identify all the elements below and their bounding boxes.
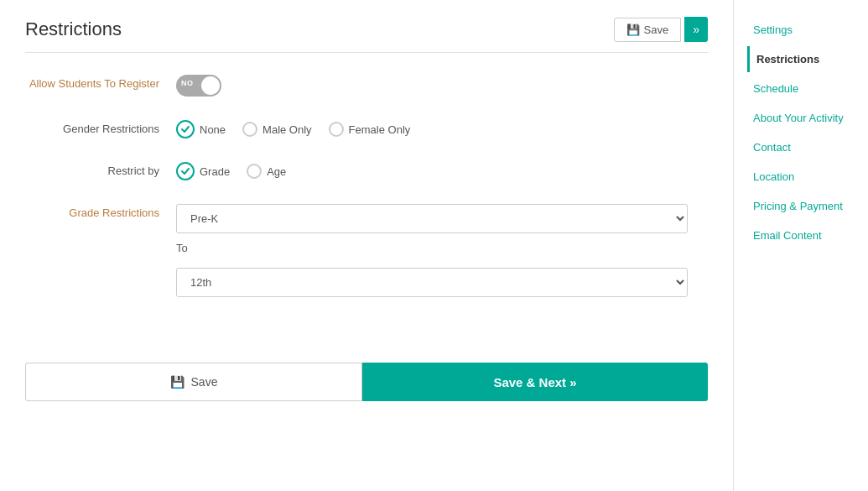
sidebar-item-location[interactable]: Location <box>747 164 855 190</box>
gender-male-label: Male Only <box>262 123 312 136</box>
gender-restrictions-row: Gender Restrictions None M <box>25 120 708 138</box>
sidebar-item-settings[interactable]: Settings <box>747 17 855 43</box>
allow-students-toggle[interactable]: NO <box>176 75 221 97</box>
allow-students-row: Allow Students To Register NO <box>25 75 708 97</box>
gender-none-check <box>176 120 195 138</box>
sidebar-item-schedule[interactable]: Schedule <box>747 76 855 102</box>
restrict-grade-label: Grade <box>200 165 230 178</box>
sidebar-item-pricing[interactable]: Pricing & Payment <box>747 193 855 219</box>
header-actions: 💾 Save » <box>614 17 708 42</box>
grade-restrictions-controls: Pre-K Kindergarten 1st 2nd 3rd 4th 5th 6… <box>176 204 708 297</box>
grade-to-select[interactable]: Pre-K Kindergarten 1st 2nd 3rd 4th 5th 6… <box>176 268 688 297</box>
sidebar-item-contact[interactable]: Contact <box>747 134 855 160</box>
footer-save-next-button[interactable]: Save & Next » <box>362 363 708 401</box>
sidebar-item-restrictions[interactable]: Restrictions <box>747 46 855 72</box>
header-save-button[interactable]: 💾 Save <box>614 18 682 42</box>
restrict-age-label: Age <box>267 165 286 178</box>
save-icon: 💾 <box>626 24 640 36</box>
grade-from-select[interactable]: Pre-K Kindergarten 1st 2nd 3rd 4th 5th 6… <box>176 204 688 233</box>
grade-restrictions-row: Grade Restrictions Pre-K Kindergarten 1s… <box>25 204 708 297</box>
grade-restrictions-label: Grade Restrictions <box>25 204 176 221</box>
restrict-grade-check <box>176 162 195 180</box>
gender-male-radio <box>242 122 257 137</box>
allow-students-controls: NO <box>176 75 708 97</box>
gender-controls: None Male Only Female Only <box>176 120 708 138</box>
gender-none-option[interactable]: None <box>176 120 226 138</box>
header-next-button[interactable]: » <box>684 17 708 42</box>
footer-save-button[interactable]: 💾 Save <box>25 363 362 401</box>
grade-dropdowns: Pre-K Kindergarten 1st 2nd 3rd 4th 5th 6… <box>176 204 688 297</box>
sidebar-item-email[interactable]: Email Content <box>747 222 855 248</box>
grade-to-label: To <box>176 242 688 254</box>
restrict-by-controls: Grade Age <box>176 162 708 180</box>
restrict-age-option[interactable]: Age <box>247 164 286 179</box>
gender-male-option[interactable]: Male Only <box>242 122 312 137</box>
allow-students-label: Allow Students To Register <box>25 75 176 91</box>
footer-save-icon: 💾 <box>170 375 185 389</box>
restrict-grade-option[interactable]: Grade <box>176 162 230 180</box>
gender-female-label: Female Only <box>349 123 411 136</box>
restrict-age-radio <box>247 164 262 179</box>
restrict-by-label: Restrict by <box>25 162 176 179</box>
page-title: Restrictions <box>25 18 122 40</box>
restrict-by-row: Restrict by Grade Age <box>25 162 708 180</box>
sidebar: Settings Restrictions Schedule About You… <box>734 0 868 491</box>
gender-female-radio <box>329 122 344 137</box>
sidebar-item-about[interactable]: About Your Activity <box>747 105 855 131</box>
form-section: Allow Students To Register NO Gender Res… <box>25 66 708 329</box>
gender-female-option[interactable]: Female Only <box>329 122 411 137</box>
footer-actions: 💾 Save Save & Next » <box>25 363 708 401</box>
gender-none-label: None <box>200 123 226 136</box>
gender-label: Gender Restrictions <box>25 120 176 137</box>
